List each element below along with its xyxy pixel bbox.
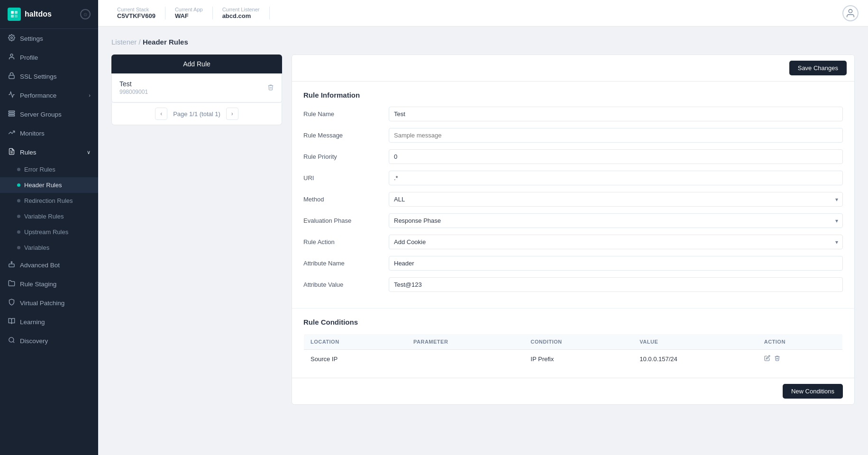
rule-message-input[interactable] — [389, 128, 843, 143]
main-area: Current Stack C5VTKFV609 Current App WAF… — [98, 0, 868, 455]
app-value: WAF — [175, 12, 203, 19]
sidebar-item-virtual-patching[interactable]: Virtual Patching — [0, 293, 98, 312]
sidebar-item-profile[interactable]: Profile — [0, 48, 98, 67]
rule-name-input[interactable] — [389, 107, 843, 121]
conditions-header-row: LOCATION PARAMETER CONDITION VALUE ACTIO… — [304, 334, 843, 350]
evaluation-phase-select[interactable]: Request Phase Response Phase — [389, 213, 843, 228]
sub-item-label: Variable Rules — [24, 213, 64, 220]
svg-rect-8 — [9, 113, 15, 114]
target-icon[interactable]: ⊙ — [80, 9, 91, 19]
prev-page-button[interactable]: ‹ — [155, 108, 167, 120]
sub-item-label: Variables — [24, 244, 49, 251]
logo-icon — [8, 8, 21, 21]
attribute-name-label: Attribute Name — [303, 260, 379, 267]
topbar-stack: Current Stack C5VTKFV609 — [108, 7, 165, 19]
svg-rect-12 — [9, 264, 14, 267]
svg-rect-0 — [11, 11, 14, 14]
sidebar-item-label: Advanced Bot — [20, 262, 60, 269]
method-select-wrapper: ALL GET POST PUT DELETE — [389, 192, 843, 207]
sidebar-item-variable-rules[interactable]: Variable Rules — [0, 209, 98, 224]
sidebar-item-performance[interactable]: Performance › — [0, 86, 98, 105]
evaluation-phase-select-wrapper: Request Phase Response Phase — [389, 213, 843, 228]
rule-name-label: Rule Name — [303, 110, 379, 118]
new-conditions-button[interactable]: New Conditions — [783, 384, 843, 399]
layout-row: Add Rule Test 998009001 ‹ Page 1/1 ( — [111, 55, 855, 405]
conditions-thead: LOCATION PARAMETER CONDITION VALUE ACTIO… — [304, 334, 843, 350]
conditions-table: LOCATION PARAMETER CONDITION VALUE ACTIO… — [303, 334, 843, 368]
sidebar-item-variables[interactable]: Variables — [0, 240, 98, 255]
uri-input[interactable] — [389, 171, 843, 185]
col-condition: CONDITION — [524, 334, 633, 350]
rule-action-select[interactable]: Add Cookie Set Header Remove Header Add … — [389, 235, 843, 249]
action-icons — [764, 355, 836, 363]
performance-icon — [8, 91, 15, 100]
rules-submenu: Error Rules Header Rules Redirection Rul… — [0, 162, 98, 255]
sidebar-item-rule-staging[interactable]: Rule Staging — [0, 274, 98, 293]
rule-priority-input[interactable] — [389, 149, 843, 164]
rule-message-row: Rule Message — [303, 128, 843, 143]
content-area: Listener / Header Rules Add Rule Test 99… — [98, 27, 868, 455]
pagination-text: Page 1/1 (total 1) — [173, 110, 220, 118]
sidebar-item-label: Performance — [20, 92, 56, 99]
svg-rect-2 — [11, 15, 14, 18]
col-value: VALUE — [633, 334, 757, 350]
user-avatar[interactable] — [842, 5, 859, 21]
dot-icon — [17, 246, 20, 249]
attribute-name-input[interactable] — [389, 256, 843, 271]
method-select[interactable]: ALL GET POST PUT DELETE — [389, 192, 843, 207]
stack-label: Current Stack — [117, 7, 155, 12]
delete-row-icon[interactable] — [774, 355, 780, 363]
dot-icon — [17, 183, 20, 187]
topbar-listener: Current Listener abcd.com — [213, 7, 270, 19]
sidebar-item-learning[interactable]: Learning — [0, 312, 98, 331]
sidebar-item-label: Learning — [20, 318, 45, 326]
listener-label: Current Listener — [222, 7, 260, 12]
settings-icon — [8, 34, 15, 43]
method-label: Method — [303, 196, 379, 203]
app-label: Current App — [175, 7, 203, 12]
discovery-icon — [8, 337, 15, 345]
sidebar-logo: haltdos ⊙ — [0, 0, 98, 29]
attribute-value-input[interactable] — [389, 277, 843, 292]
sidebar-item-redirection-rules[interactable]: Redirection Rules — [0, 193, 98, 209]
sub-item-label: Upstream Rules — [24, 228, 68, 236]
rule-priority-label: Rule Priority — [303, 153, 379, 160]
dot-icon — [17, 230, 20, 234]
sidebar-item-monitors[interactable]: Monitors — [0, 124, 98, 143]
sidebar-item-error-rules[interactable]: Error Rules — [0, 162, 98, 177]
cell-parameter — [407, 350, 524, 368]
edit-icon[interactable] — [764, 355, 770, 363]
rule-name-row: Rule Name — [303, 107, 843, 121]
sidebar-item-rules[interactable]: Rules ∨ — [0, 143, 98, 162]
sidebar-item-server-groups[interactable]: Server Groups — [0, 105, 98, 124]
sidebar-item-discovery[interactable]: Discovery — [0, 331, 98, 350]
rule-item[interactable]: Test 998009001 — [112, 73, 282, 102]
dot-icon — [17, 168, 20, 171]
sidebar-item-settings[interactable]: Settings — [0, 29, 98, 48]
dot-icon — [17, 199, 20, 202]
topbar: Current Stack C5VTKFV609 Current App WAF… — [98, 0, 868, 27]
breadcrumb: Listener / Header Rules — [111, 38, 855, 46]
conditions-section: Rule Conditions LOCATION PARAMETER CONDI… — [292, 309, 854, 378]
sidebar-item-label: Server Groups — [20, 111, 62, 118]
stack-value: C5VTKFV609 — [117, 12, 155, 19]
advanced-bot-icon — [8, 261, 15, 269]
chevron-down-icon: ∨ — [87, 149, 91, 155]
cell-condition: IP Prefix — [524, 350, 633, 368]
sidebar-item-label: Virtual Patching — [20, 300, 64, 307]
rule-action-select-wrapper: Add Cookie Set Header Remove Header Add … — [389, 235, 843, 249]
save-changes-button[interactable]: Save Changes — [789, 61, 847, 75]
rule-staging-icon — [8, 280, 15, 288]
sidebar-item-label: Rule Staging — [20, 281, 56, 288]
next-page-button[interactable]: › — [226, 108, 238, 120]
rule-info-title: Rule Information — [303, 91, 843, 99]
sidebar-item-header-rules[interactable]: Header Rules — [0, 177, 98, 193]
pagination-bar: ‹ Page 1/1 (total 1) › — [111, 103, 282, 125]
evaluation-phase-label: Evaluation Phase — [303, 217, 379, 224]
sidebar-item-advanced-bot[interactable]: Advanced Bot — [0, 255, 98, 274]
delete-icon[interactable] — [267, 84, 274, 92]
sidebar-item-upstream-rules[interactable]: Upstream Rules — [0, 224, 98, 240]
sidebar-item-ssl[interactable]: SSL Settings — [0, 67, 98, 86]
monitors-icon — [8, 129, 15, 137]
add-rule-button[interactable]: Add Rule — [111, 55, 282, 73]
